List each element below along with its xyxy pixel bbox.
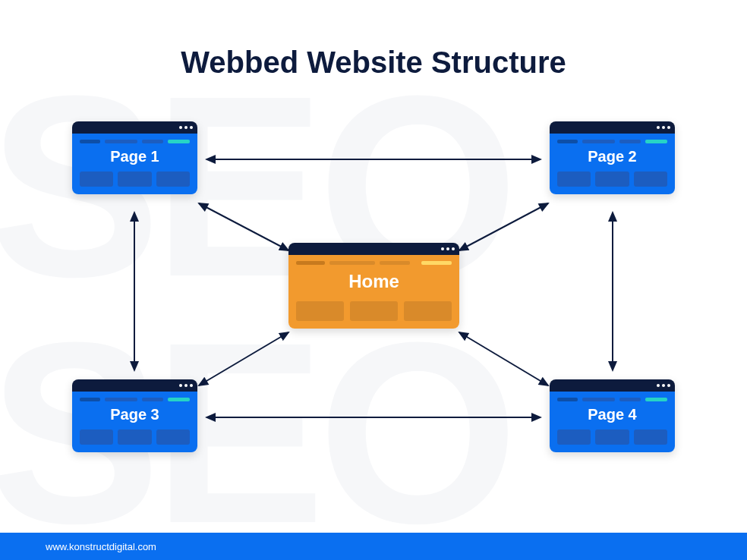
node-label: Page 3 [80, 406, 190, 423]
browser-titlebar [288, 243, 459, 255]
footer-url: www.konstructdigital.com [46, 541, 156, 552]
nav-bar-segment [557, 140, 578, 143]
nav-bar-segment [380, 261, 410, 265]
nav-bar-accent [645, 398, 667, 401]
nav-bar-accent [168, 140, 190, 143]
page-node-3: Page 3 [72, 379, 197, 452]
nav-bar-segment [142, 398, 164, 401]
nav-bar-segment [296, 261, 325, 265]
window-dot-icon [446, 247, 449, 250]
window-dot-icon [657, 126, 660, 129]
page-node-4: Page 4 [550, 379, 675, 452]
content-block [80, 171, 113, 187]
nav-bar-segment [142, 140, 164, 143]
svg-line-6 [199, 332, 288, 385]
node-label: Page 2 [557, 148, 667, 165]
content-block [557, 171, 591, 187]
node-label: Page 4 [557, 406, 667, 423]
window-dot-icon [662, 126, 665, 129]
content-block [404, 301, 452, 321]
page-node-1: Page 1 [72, 121, 197, 194]
content-block [595, 429, 629, 445]
window-dot-icon [452, 247, 455, 250]
node-label: Home [296, 271, 452, 292]
content-block [595, 171, 629, 187]
browser-titlebar [550, 121, 675, 134]
window-dot-icon [657, 384, 660, 387]
nav-bar-segment [557, 398, 578, 401]
nav-bar-accent [168, 398, 190, 401]
content-block [118, 171, 151, 187]
window-dot-icon [190, 126, 193, 129]
window-dot-icon [441, 247, 444, 250]
window-dot-icon [667, 126, 670, 129]
window-dot-icon [179, 384, 182, 387]
nav-bar-segment [80, 140, 100, 143]
browser-titlebar [72, 379, 197, 392]
node-label: Page 1 [80, 148, 190, 165]
window-dot-icon [184, 384, 188, 387]
content-block [156, 171, 190, 187]
svg-line-4 [199, 203, 288, 250]
nav-bar-segment [582, 140, 615, 143]
nav-bar-segment [619, 140, 641, 143]
nav-bar-segment [80, 398, 100, 401]
diagram-title: Webbed Website Structure [0, 46, 747, 80]
nav-bar-accent [421, 261, 452, 265]
page-node-2: Page 2 [550, 121, 675, 194]
nav-bar-segment [105, 140, 137, 143]
content-block [118, 429, 151, 445]
window-dot-icon [184, 126, 188, 129]
nav-bar-segment [329, 261, 375, 265]
browser-titlebar [550, 379, 675, 392]
content-block [557, 429, 591, 445]
content-block [350, 301, 398, 321]
browser-titlebar [72, 121, 197, 134]
nav-bar-segment [582, 398, 615, 401]
footer-bar: www.konstructdigital.com [0, 533, 747, 560]
content-block [634, 171, 667, 187]
home-node: Home [288, 243, 459, 329]
content-block [80, 429, 113, 445]
window-dot-icon [662, 384, 665, 387]
window-dot-icon [190, 384, 193, 387]
content-block [296, 301, 344, 321]
nav-bar-accent [645, 140, 667, 143]
window-dot-icon [667, 384, 670, 387]
nav-bar-segment [619, 398, 641, 401]
svg-line-7 [459, 332, 548, 385]
nav-bar-segment [105, 398, 137, 401]
window-dot-icon [179, 126, 182, 129]
content-block [156, 429, 190, 445]
content-block [634, 429, 667, 445]
svg-line-5 [459, 203, 548, 250]
